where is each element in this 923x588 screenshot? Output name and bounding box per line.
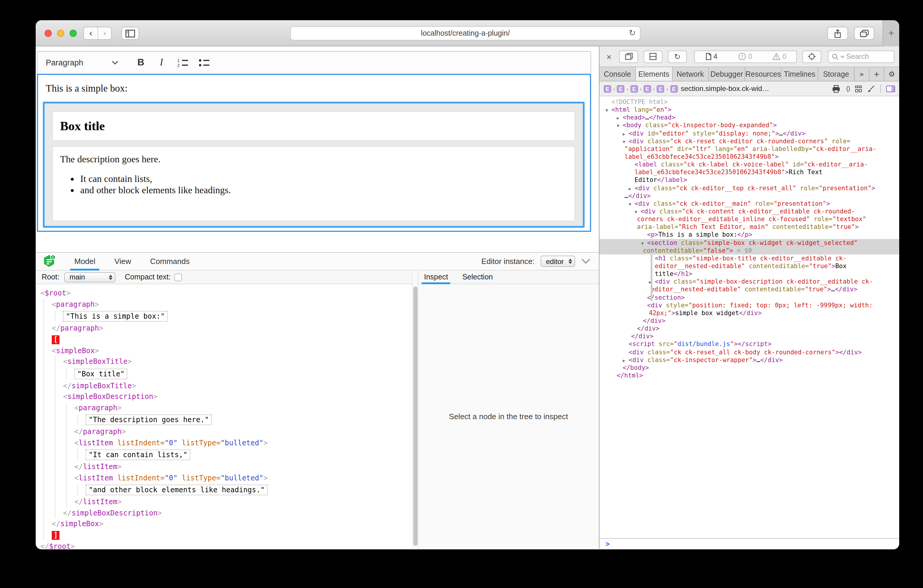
tab-resources[interactable]: Resources [745,67,782,81]
detach-devtools-button[interactable] [619,50,638,63]
dom-source-line[interactable]: label_e63cbbfece34c53ce23501062343f49b8"… [599,153,899,161]
dom-source-line[interactable]: </div> [599,332,899,340]
reload-page-button[interactable]: ↻ [668,50,687,63]
expanded-triangle-icon[interactable]: ▼ [641,239,644,247]
dom-tree-source[interactable]: <!DOCTYPE html>▼<html lang="en">▶<head>…… [599,96,899,538]
dom-source-line[interactable]: corners ck-editor__editable_inline ck-fo… [599,215,899,223]
model-element-open-tag[interactable]: <simpleBoxDescription> [63,391,412,402]
dom-source-line[interactable]: </body> [599,364,899,371]
settings-button[interactable]: ⚙ [884,67,899,81]
dom-source-line[interactable]: </div> [599,317,899,325]
model-tree[interactable]: <$root><paragraph>"This is a simple box:… [36,285,412,549]
model-element-open-tag[interactable]: <paragraph> [74,402,412,413]
tab-console[interactable]: Console [599,67,636,81]
tab-elements[interactable]: Elements [636,67,673,81]
minimize-window-button[interactable] [57,30,64,37]
model-element-open-tag[interactable]: <simpleBox> [52,345,412,356]
dom-source-line[interactable]: </section> [599,293,899,301]
model-element-close-tag[interactable]: </listItem> [74,496,412,508]
forward-button[interactable]: › [97,27,111,39]
expanded-triangle-icon[interactable]: ▼ [635,208,637,216]
dom-source-line[interactable]: editor__nested-editable" contenteditable… [599,262,899,270]
dom-source-line[interactable]: "application" dir="ltr" lang="en" aria-l… [599,145,899,153]
page-resources-button[interactable]: 4 [695,53,729,60]
model-element-open-tag[interactable]: <$root> [41,288,412,299]
expanded-triangle-icon[interactable]: ▼ [617,122,619,130]
model-element-open-tag[interactable]: <listItem listIndent="0" listType="bulle… [74,437,412,448]
tab-model[interactable]: Model [70,252,100,270]
tree-scrollbar[interactable] [412,271,418,549]
dom-source-line[interactable]: ▼<body class="ck-inspector-body-expanded… [599,122,899,129]
more-tabs-button[interactable]: » [855,67,869,81]
dom-source-line[interactable]: ▼<div class="ck ck-content ck-editor__ed… [599,207,899,215]
dom-source-line[interactable]: 42px;">simple box widget</div> [599,309,899,317]
simple-box-widget[interactable]: Box title The description goes here. It … [43,102,585,228]
model-text-node[interactable]: "It can contain lists," [85,450,412,460]
element-badge[interactable]: E [644,85,651,92]
model-text-node[interactable]: "Box title" [74,368,412,379]
warnings-button[interactable]: 0 [762,53,797,60]
model-element-close-tag[interactable]: </paragraph> [74,426,412,437]
rich-text-editable[interactable]: This is a simple box: Box title The desc… [37,74,591,232]
reload-icon[interactable]: ↻ [629,28,636,38]
element-badge[interactable]: E [657,85,665,92]
tab-selection[interactable]: Selection [460,270,495,284]
bulleted-list-button[interactable] [199,58,209,67]
dom-source-line[interactable]: title</h1> [599,270,899,278]
numbered-list-button[interactable]: 1 2 [177,58,188,67]
model-element-open-tag[interactable]: <paragraph> [52,299,412,310]
expanded-triangle-icon[interactable]: ▼ [629,200,631,209]
styles-brush-icon[interactable] [867,85,875,92]
tab-timelines[interactable]: Timelines [782,67,818,81]
editor-instance-select[interactable]: editor [540,256,575,267]
model-text-node[interactable]: "The description goes here." [85,414,412,425]
dom-source-line[interactable]: …</div> [599,192,899,199]
model-text-node[interactable]: "This is a simple box:" [63,311,412,322]
tab-inspect[interactable]: Inspect [422,270,450,284]
selected-element-path[interactable]: section.simple-box.ck-wid… [681,84,769,93]
element-badge[interactable]: E [630,85,638,92]
tab-overview-button[interactable] [854,27,874,40]
collapsed-triangle-icon[interactable]: ▶ [629,185,631,193]
dom-source-line[interactable]: label_e63cbbfece34c53ce23501062343f49b8"… [599,169,899,176]
collapsed-triangle-icon[interactable]: ▶ [649,278,652,286]
sidebar-toggle-button[interactable] [122,27,139,40]
close-window-button[interactable] [44,30,52,37]
dom-source-line[interactable]: <div class="ck ck-reset_all ck-body ck-r… [599,348,899,356]
dom-source-line[interactable]: ▶<div class="simple-box-description ck-e… [599,278,899,286]
root-select[interactable]: main [64,272,115,282]
expanded-triangle-icon[interactable]: ▼ [605,107,608,115]
dom-source-line[interactable]: </html> [599,371,899,379]
dom-source-line[interactable]: contenteditable="false"> = $0 [599,246,899,254]
dom-source-line[interactable]: ▼<section class="simple-box ck-widget ck… [599,239,899,246]
share-button[interactable] [827,27,848,40]
close-devtools-button[interactable]: × [604,51,614,62]
dock-side-button[interactable] [644,50,662,63]
address-bar[interactable]: localhost/creating-a-plugin/ ↻ [290,26,641,40]
dom-source-line[interactable]: <label class="ck ck-label ck-voice-label… [599,161,899,168]
element-badge[interactable]: E [604,85,611,92]
element-picker-button[interactable] [802,50,821,63]
dom-source-line[interactable]: aria-label="Rich Text Editor, main" cont… [599,223,899,231]
bold-button[interactable]: B [137,57,144,68]
devtools-search-field[interactable]: Search [828,50,895,63]
layout-grid-icon[interactable] [855,85,862,92]
dom-source-line[interactable]: ▶<head>…</head> [599,114,899,122]
element-badge[interactable]: E [617,85,625,92]
expanded-triangle-icon[interactable]: ▼ [622,138,625,146]
dom-source-line[interactable]: <script src="dist/bundle.js"></script> [599,340,899,348]
dom-source-line[interactable]: ▼<div class="ck ck-editor__main" role="p… [599,200,899,207]
add-tab-button[interactable]: + [869,67,884,81]
dom-source-line[interactable]: <!DOCTYPE html> [599,98,899,106]
dom-source-line[interactable]: ▶<div class="ck-inspector-wrapper">…</di… [599,356,899,363]
paragraph-style-dropdown[interactable]: Paragraph [46,55,118,70]
dom-source-line[interactable]: ▶<div class="ck ck-editor__top ck-reset_… [599,184,899,192]
collapsed-triangle-icon[interactable]: ▶ [622,356,625,365]
dom-source-line[interactable]: ▼<div class="ck ck-reset ck-editor ck-ro… [599,137,899,145]
errors-button[interactable]: 0 [729,53,762,60]
show-source-icon[interactable]: ⟨⟩ [846,85,850,92]
dom-source-line[interactable]: </div> [599,325,899,332]
dom-source-line[interactable]: ▼<html lang="en"> [599,106,899,113]
tab-network[interactable]: Network [672,67,709,81]
dom-source-line[interactable]: <p>This is a simple box:</p> [599,231,899,239]
